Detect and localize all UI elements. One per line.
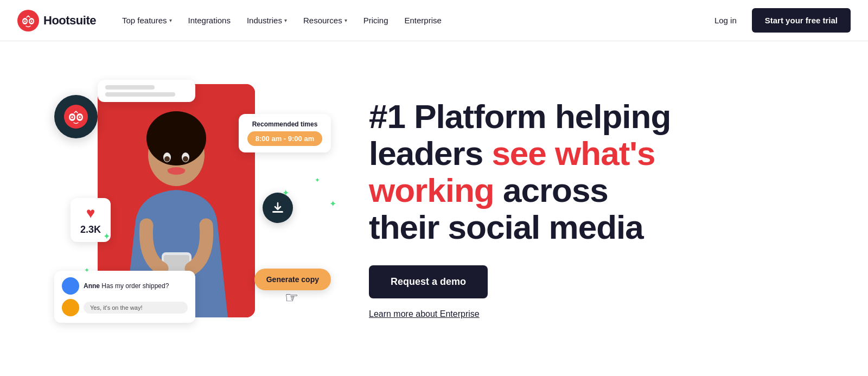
- hero-illustration: Recommended times 8:00 am - 9:00 am ♥ 2.…: [43, 68, 347, 350]
- recommended-times-card: Recommended times 8:00 am - 9:00 am: [239, 114, 331, 152]
- times-value: 8:00 am - 9:00 am: [247, 131, 322, 146]
- navbar: Hootsuite Top features ▾ Integrations In…: [0, 0, 868, 41]
- sparkle-icon-3: ✦: [329, 199, 336, 209]
- sparkle-icon-5: ✦: [282, 188, 289, 198]
- logo[interactable]: Hootsuite: [17, 10, 96, 31]
- svg-rect-24: [272, 211, 283, 213]
- nav-item-industries[interactable]: Industries ▾: [240, 11, 293, 29]
- owl-avatar-icon: [64, 105, 88, 129]
- times-label: Recommended times: [247, 120, 322, 128]
- nav-item-integrations[interactable]: Integrations: [182, 11, 237, 29]
- chevron-down-icon: ▾: [344, 17, 347, 23]
- chat-message: Anne Has my order shipped?: [62, 277, 188, 295]
- request-demo-button[interactable]: Request a demo: [369, 265, 488, 298]
- chat-reply-input: Yes, it's on the way!: [84, 302, 188, 314]
- svg-point-0: [17, 10, 39, 31]
- likes-count: 2.3K: [80, 224, 101, 235]
- chevron-down-icon: ▾: [284, 17, 287, 23]
- post-preview-card: [98, 80, 195, 102]
- chat-card: Anne Has my order shipped? Yes, it's on …: [54, 271, 195, 323]
- hootsuite-owl-logo: [17, 10, 39, 31]
- nav-item-enterprise[interactable]: Enterprise: [398, 11, 448, 29]
- hero-section: Recommended times 8:00 am - 9:00 am ♥ 2.…: [0, 41, 868, 376]
- cursor-icon: ☞: [285, 289, 298, 307]
- heart-icon: ♥: [86, 205, 95, 222]
- sparkle-icon-1: ✦: [103, 231, 110, 241]
- post-line-short: [105, 85, 155, 90]
- hero-cta-group: Request a demo Learn more about Enterpri…: [369, 265, 705, 319]
- logo-text: Hootsuite: [43, 14, 96, 28]
- publish-icon: [271, 201, 285, 215]
- svg-point-13: [183, 156, 188, 162]
- sparkle-icon-2: ✦: [84, 266, 90, 274]
- chat-avatar-blue: [62, 277, 79, 295]
- svg-point-22: [71, 116, 73, 118]
- chat-reply: Yes, it's on the way!: [62, 299, 188, 316]
- svg-point-14: [168, 167, 185, 175]
- login-button[interactable]: Log in: [708, 11, 743, 29]
- nav-links: Top features ▾ Integrations Industries ▾…: [116, 11, 708, 29]
- hero-heading: #1 Platform helping leaders see what'swo…: [369, 98, 705, 246]
- generate-copy-button[interactable]: Generate copy: [254, 269, 331, 290]
- chat-sender-name: Anne: [84, 282, 100, 290]
- hero-heading-highlight: see what'sworking: [369, 135, 655, 209]
- svg-point-9: [146, 111, 206, 165]
- post-line-long: [105, 92, 175, 97]
- trial-button[interactable]: Start your free trial: [752, 8, 851, 33]
- svg-point-5: [24, 20, 26, 22]
- nav-item-resources[interactable]: Resources ▾: [297, 11, 354, 29]
- sparkle-icon-4: ✦: [315, 176, 320, 184]
- svg-point-6: [31, 20, 33, 22]
- enterprise-link[interactable]: Learn more about Enterprise: [369, 309, 480, 319]
- svg-point-17: [64, 105, 88, 129]
- owl-avatar-card: [54, 95, 98, 138]
- hero-content: #1 Platform helping leaders see what'swo…: [369, 98, 705, 320]
- chat-avatar-orange: [62, 299, 79, 316]
- svg-point-23: [79, 116, 81, 118]
- nav-right: Log in Start your free trial: [708, 8, 851, 33]
- chat-text: Anne Has my order shipped?: [84, 282, 169, 290]
- nav-item-top-features[interactable]: Top features ▾: [116, 11, 178, 29]
- svg-point-12: [164, 156, 170, 162]
- chevron-down-icon: ▾: [169, 17, 172, 23]
- nav-item-pricing[interactable]: Pricing: [357, 11, 395, 29]
